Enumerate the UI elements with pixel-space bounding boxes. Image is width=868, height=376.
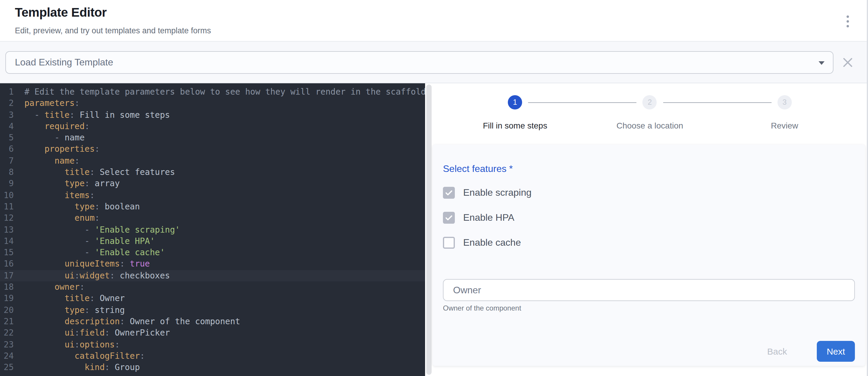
code-line[interactable]: 15 - 'Enable cache': [0, 247, 425, 259]
checkbox-enable-scraping[interactable]: Enable scraping: [443, 187, 855, 199]
step-number: 2: [643, 95, 657, 109]
line-number: 8: [0, 167, 14, 178]
code-line[interactable]: 1# Edit the template parameters below to…: [0, 86, 425, 98]
code-line[interactable]: 19 title: Owner: [0, 293, 425, 305]
editor-scrollbar[interactable]: [426, 84, 432, 375]
code-line[interactable]: 18 owner:: [0, 281, 425, 293]
code-line[interactable]: 20 type: string: [0, 304, 425, 316]
checkbox-enable-hpa[interactable]: Enable HPA: [443, 212, 855, 224]
line-number: 18: [0, 281, 14, 293]
line-number: 3: [0, 109, 14, 121]
next-button[interactable]: Next: [817, 341, 855, 362]
line-number: 24: [0, 350, 14, 362]
code-line[interactable]: 21 description: Owner of the component: [0, 316, 425, 328]
load-template-placeholder: Load Existing Template: [15, 57, 113, 68]
line-number: 11: [0, 201, 14, 213]
code-line[interactable]: 2parameters:: [0, 98, 425, 109]
line-number: 1: [0, 86, 14, 98]
checkbox-label: Enable HPA: [463, 212, 515, 223]
code-line[interactable]: 22 ui:field: OwnerPicker: [0, 327, 425, 339]
page-subtitle: Edit, preview, and try out templates and…: [15, 26, 211, 35]
code-line[interactable]: 14 - 'Enable HPA': [0, 236, 425, 247]
select-features-label: Select features *: [443, 163, 855, 174]
checkbox-enable-cache[interactable]: Enable cache: [443, 237, 855, 249]
code-line[interactable]: 23 ui:options:: [0, 339, 425, 350]
code-line[interactable]: 11 type: boolean: [0, 201, 425, 213]
step-1-label: Fill in some steps: [448, 121, 583, 130]
owner-helper-text: Owner of the component: [443, 304, 855, 312]
field-label-text: Select features: [443, 164, 506, 174]
yaml-code-editor[interactable]: 1# Edit the template parameters below to…: [0, 83, 425, 376]
code-line[interactable]: 24 catalogFilter:: [0, 350, 425, 362]
more-options-icon[interactable]: [841, 13, 855, 30]
step-number: 3: [777, 95, 792, 109]
checkbox-unchecked-icon[interactable]: [443, 237, 455, 249]
code-line[interactable]: 16 uniqueItems: true: [0, 259, 425, 270]
line-number: 14: [0, 236, 14, 247]
code-line[interactable]: 12 enum:: [0, 213, 425, 224]
back-button[interactable]: Back: [755, 346, 799, 356]
line-number: 13: [0, 224, 14, 236]
template-editor-page: Template Editor Edit, preview, and try o…: [0, 0, 868, 376]
code-line[interactable]: 6 properties:: [0, 144, 425, 155]
line-number: 22: [0, 327, 14, 339]
line-number: 2: [0, 98, 14, 109]
line-number: 6: [0, 144, 14, 155]
line-number: 17: [0, 270, 14, 282]
code-line[interactable]: 9 type: array: [0, 178, 425, 190]
checkbox-checked-icon[interactable]: [443, 187, 455, 199]
code-line[interactable]: 10 items:: [0, 190, 425, 201]
line-number: 7: [0, 155, 14, 167]
code-line[interactable]: 8 title: Select features: [0, 167, 425, 178]
wizard-actions: Back Next: [443, 341, 855, 362]
line-number: 21: [0, 316, 14, 328]
code-line[interactable]: 7 name:: [0, 155, 425, 167]
code-line[interactable]: 5 - name: [0, 132, 425, 144]
code-line[interactable]: 3 - title: Fill in some steps: [0, 109, 425, 121]
code-line[interactable]: 13 - 'Enable scraping': [0, 224, 425, 236]
panel-right-border: [867, 0, 868, 376]
checkbox-checked-icon[interactable]: [443, 212, 455, 224]
line-number: 25: [0, 362, 14, 373]
feature-checkbox-group: Enable scrapingEnable HPAEnable cache: [443, 187, 855, 249]
close-icon[interactable]: [842, 57, 854, 68]
step-2-label: Choose a location: [583, 121, 717, 130]
toolbar: Load Existing Template: [0, 42, 868, 83]
line-number: 5: [0, 132, 14, 144]
line-number: 15: [0, 247, 14, 259]
wizard-stepper: 1 2 3 Fill in some steps Choose a locati…: [448, 95, 852, 130]
owner-input[interactable]: [443, 279, 855, 301]
line-number: 23: [0, 339, 14, 350]
line-number: 19: [0, 293, 14, 305]
line-number: 4: [0, 121, 14, 132]
checkbox-label: Enable scraping: [463, 187, 532, 198]
checkbox-label: Enable cache: [463, 237, 521, 248]
line-number: 20: [0, 304, 14, 316]
code-line[interactable]: 4 required:: [0, 121, 425, 132]
step-connector: [663, 102, 772, 103]
line-number: 16: [0, 259, 14, 270]
page-title: Template Editor: [15, 5, 106, 20]
line-number: 9: [0, 178, 14, 190]
step-3-label: Review: [717, 121, 852, 130]
page-header: Template Editor Edit, preview, and try o…: [0, 0, 868, 42]
form-preview-card: Select features * Enable scrapingEnable …: [433, 144, 865, 366]
line-number: 10: [0, 190, 14, 201]
code-line[interactable]: 25 kind: Group: [0, 362, 425, 373]
load-template-select[interactable]: Load Existing Template: [5, 51, 834, 74]
step-connector: [528, 102, 637, 103]
code-line[interactable]: 17 ui:widget: checkboxes: [0, 270, 425, 282]
chevron-down-icon: [818, 61, 825, 65]
step-number: 1: [508, 95, 522, 109]
line-number: 12: [0, 213, 14, 224]
required-asterisk: *: [506, 164, 513, 174]
